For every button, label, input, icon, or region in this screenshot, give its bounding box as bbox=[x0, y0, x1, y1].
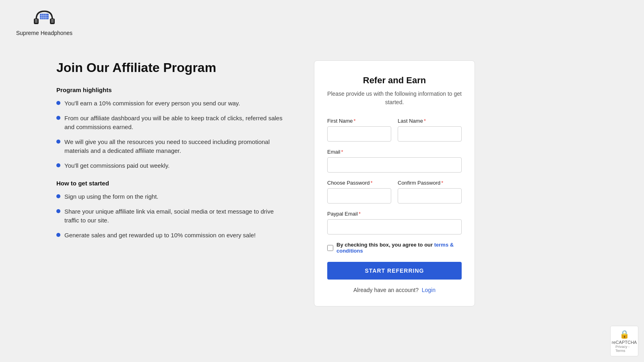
paypal-email-label: Paypal Email* bbox=[327, 211, 462, 217]
how-to-list: Sign up using the form on the right. Sha… bbox=[56, 192, 290, 240]
bullet-icon bbox=[56, 194, 60, 198]
list-item: You'll earn a 10% commission for every p… bbox=[56, 99, 290, 108]
checkbox-label-text: By checking this box, you agree to our t… bbox=[336, 242, 462, 254]
page-title: Join Our Affiliate Program bbox=[56, 60, 290, 75]
choose-password-label: Choose Password* bbox=[327, 180, 391, 186]
list-item: Share your unique affiliate link via ema… bbox=[56, 207, 290, 225]
required-star: * bbox=[371, 180, 373, 186]
start-referring-button[interactable]: START REFERRING bbox=[327, 262, 462, 280]
bullet-icon bbox=[56, 116, 60, 120]
email-input[interactable] bbox=[327, 157, 462, 173]
first-name-label: First Name* bbox=[327, 118, 391, 124]
headphones-logo-icon bbox=[32, 8, 56, 28]
header: Supreme Headphones bbox=[0, 0, 644, 44]
bullet-icon bbox=[56, 233, 60, 237]
bullet-icon bbox=[56, 140, 60, 144]
highlights-heading: Program highlights bbox=[56, 86, 290, 93]
how-to-heading: How to get started bbox=[56, 180, 290, 187]
svg-rect-0 bbox=[34, 19, 39, 24]
list-item: Generate sales and get rewarded up to 10… bbox=[56, 231, 290, 240]
recaptcha-icon: 🔒 bbox=[619, 329, 630, 339]
confirm-password-input[interactable] bbox=[398, 188, 462, 204]
bullet-icon bbox=[56, 209, 60, 213]
highlights-list: You'll earn a 10% commission for every p… bbox=[56, 99, 290, 170]
terms-checkbox[interactable] bbox=[327, 245, 333, 251]
brand-name: Supreme Headphones bbox=[16, 30, 72, 36]
required-star: * bbox=[341, 149, 343, 155]
last-name-input[interactable] bbox=[398, 126, 462, 142]
required-star: * bbox=[354, 118, 356, 124]
left-panel: Join Our Affiliate Program Program highl… bbox=[56, 60, 290, 249]
required-star: * bbox=[359, 211, 361, 217]
login-row: Already have an account? Login bbox=[327, 287, 462, 293]
email-label: Email* bbox=[327, 149, 462, 155]
signup-form-panel: Refer and Earn Please provide us with th… bbox=[314, 60, 475, 306]
password-row: Choose Password* Confirm Password* bbox=[327, 180, 462, 204]
first-name-group: First Name* bbox=[327, 118, 391, 142]
list-item: Sign up using the form on the right. bbox=[56, 192, 290, 202]
form-title: Refer and Earn bbox=[327, 75, 462, 86]
required-star: * bbox=[441, 180, 443, 186]
list-item: We will give you all the resources you n… bbox=[56, 138, 290, 156]
list-item: From our affiliate dashboard you will be… bbox=[56, 114, 290, 132]
recaptcha-label: reCAPTCHA bbox=[612, 340, 637, 345]
choose-password-input[interactable] bbox=[327, 188, 391, 204]
login-link[interactable]: Login bbox=[422, 287, 436, 293]
last-name-group: Last Name* bbox=[398, 118, 462, 142]
email-group: Email* bbox=[327, 149, 462, 173]
recaptcha-sublabel: Privacy - Terms bbox=[615, 345, 633, 353]
last-name-label: Last Name* bbox=[398, 118, 462, 124]
paypal-row: Paypal Email* bbox=[327, 211, 462, 234]
logo-area: Supreme Headphones bbox=[16, 8, 72, 36]
required-star: * bbox=[424, 118, 426, 124]
already-account-text: Already have an account? bbox=[353, 287, 419, 293]
form-subtitle: Please provide us with the following inf… bbox=[327, 90, 462, 107]
choose-password-group: Choose Password* bbox=[327, 180, 391, 204]
main-content: Join Our Affiliate Program Program highl… bbox=[0, 44, 644, 323]
terms-checkbox-row: By checking this box, you agree to our t… bbox=[327, 242, 462, 254]
list-item: You'll get commissions paid out weekly. bbox=[56, 161, 290, 171]
paypal-email-input[interactable] bbox=[327, 219, 462, 234]
confirm-password-label: Confirm Password* bbox=[398, 180, 462, 186]
first-name-input[interactable] bbox=[327, 126, 391, 142]
confirm-password-group: Confirm Password* bbox=[398, 180, 462, 204]
name-row: First Name* Last Name* bbox=[327, 118, 462, 142]
bullet-icon bbox=[56, 101, 60, 105]
svg-rect-8 bbox=[40, 14, 49, 19]
paypal-email-group: Paypal Email* bbox=[327, 211, 462, 234]
email-row: Email* bbox=[327, 149, 462, 173]
svg-rect-1 bbox=[50, 19, 55, 24]
recaptcha-badge: 🔒 reCAPTCHA Privacy - Terms bbox=[610, 326, 638, 356]
bullet-icon bbox=[56, 163, 60, 167]
